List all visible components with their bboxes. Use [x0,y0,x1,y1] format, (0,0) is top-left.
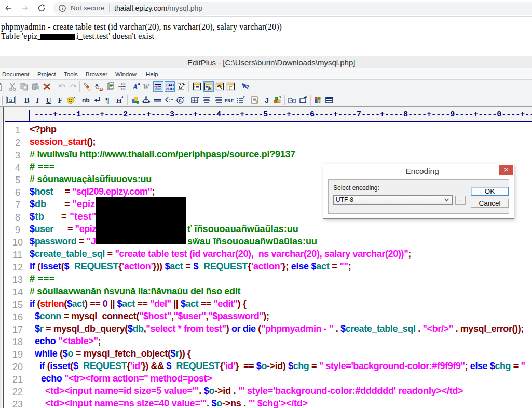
svg-text:¶: ¶ [105,96,110,104]
svg-text:F: F [58,96,63,104]
svg-text:?: ? [246,83,250,91]
svg-text:H: H [116,97,122,104]
svg-text:U: U [46,97,51,104]
svg-text:B: B [100,86,103,92]
svg-text:c: c [179,98,182,103]
svg-text:I: I [36,96,40,104]
svg-text:A: A [132,83,138,91]
svg-text:W: W [143,83,150,91]
svg-text:A: A [95,82,99,88]
svg-text:CD: CD [168,87,174,91]
svg-text:B: B [24,96,30,104]
svg-text:PRE: PRE [225,98,234,103]
svg-text:2: 2 [166,87,168,91]
svg-text:J: J [265,96,269,104]
svg-text:nb: nb [82,97,90,104]
svg-text:F: F [229,85,233,91]
